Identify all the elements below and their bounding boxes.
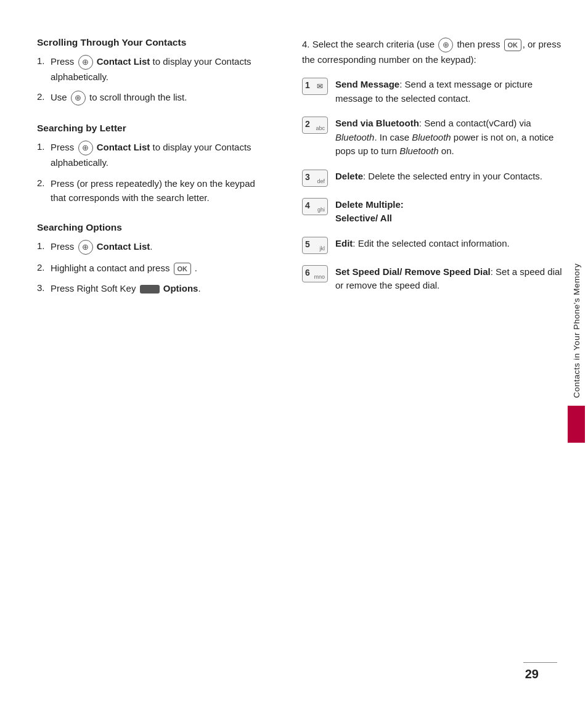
step-text: Press Contact List. (51, 239, 153, 255)
key-num: 5 (305, 239, 310, 249)
nav-icon (438, 38, 453, 52)
ok-button-icon: OK (504, 39, 521, 51)
divider-line (523, 662, 557, 663)
step-num: 2. (37, 261, 48, 275)
option-label-bold: Send via Bluetooth (335, 118, 419, 128)
step-num: 2. (37, 90, 48, 104)
step-num: 2. (37, 176, 48, 191)
option-label-bold: Delete Multiple:Selective/ All (335, 199, 404, 224)
option-row-speed-dial: 6 mno Set Speed Dial/ Remove Speed Dial:… (302, 265, 563, 293)
key-letters: ghi (317, 207, 325, 213)
section-title-searching-options: Searching Options (37, 222, 265, 233)
option-label-bold: Set Speed Dial/ Remove Speed Dial (335, 266, 491, 277)
option-row-delete-multiple: 4 ghi Delete Multiple:Selective/ All (302, 198, 563, 226)
nav-icon (78, 141, 93, 155)
step-item: 2. Use to scroll through the list. (37, 90, 265, 105)
options-label: Options (163, 283, 198, 293)
option-row-delete: 3 def Delete: Delete the selected entry … (302, 170, 563, 187)
contact-list-label: Contact List (97, 241, 150, 252)
option-row-send-message: 1 ✉ Send Message: Send a text message or… (302, 78, 563, 105)
step-text: Highlight a contact and press OK . (51, 261, 197, 275)
step-text: Use to scroll through the list. (51, 90, 187, 105)
sidebar-label-container: Contacts in Your Phone's Memory (565, 0, 588, 706)
sidebar-bar (568, 406, 585, 443)
section-searching-options: Searching Options 1. Press Contact List.… (37, 222, 265, 296)
searching-options-steps: 1. Press Contact List. 2. Highlight a co… (37, 239, 265, 296)
key-badge-1: 1 ✉ (302, 78, 328, 95)
key-letters: abc (316, 125, 325, 131)
key-badge-6: 6 mno (302, 265, 328, 282)
key-icon-envelope: ✉ (315, 81, 325, 91)
option-text-send-message: Send Message: Send a text message or pic… (335, 78, 563, 105)
key-badge-3: 3 def (302, 170, 328, 187)
step4-num: 4. (302, 39, 310, 49)
section-scrolling: Scrolling Through Your Contacts 1. Press… (37, 37, 265, 105)
step-item: 1. Press Contact List. (37, 239, 265, 255)
step4-intro: 4. Select the search criteria (use then … (302, 37, 563, 67)
key-badge-2: 2 abc (302, 117, 328, 134)
key-badge-5: 5 jkl (302, 237, 328, 254)
nav-icon (78, 55, 93, 70)
sidebar-text: Contacts in Your Phone's Memory (572, 263, 581, 398)
bluetooth-italic: Bluetooth (412, 132, 451, 142)
page-content: Scrolling Through Your Contacts 1. Press… (0, 0, 588, 706)
step-num: 1. (37, 140, 48, 154)
option-text-bluetooth: Send via Bluetooth: Send a contact(vCard… (335, 117, 563, 158)
option-row-bluetooth: 2 abc Send via Bluetooth: Send a contact… (302, 117, 563, 158)
key-letters: mno (314, 274, 325, 280)
step-text: Press (or press repeatedly) the key on t… (51, 176, 265, 205)
key-letters: def (317, 178, 325, 184)
option-text-delete-multiple: Delete Multiple:Selective/ All (335, 198, 404, 226)
contact-list-label: Contact List (97, 142, 150, 152)
option-text-edit: Edit: Edit the selected contact informat… (335, 237, 510, 251)
soft-key-icon (140, 285, 160, 293)
right-column: 4. Select the search criteria (use then … (296, 37, 563, 681)
step-text: Press Contact List to display your Conta… (51, 140, 265, 170)
section-title-searching-letter: Searching by Letter (37, 123, 265, 134)
searching-letter-steps: 1. Press Contact List to display your Co… (37, 140, 265, 205)
bluetooth-italic: Bluetooth (335, 132, 374, 142)
option-text-speed-dial: Set Speed Dial/ Remove Speed Dial: Set a… (335, 265, 563, 293)
step-item: 1. Press Contact List to display your Co… (37, 54, 265, 84)
step-num: 1. (37, 239, 48, 253)
scrolling-steps: 1. Press Contact List to display your Co… (37, 54, 265, 105)
step-item: 3. Press Right Soft Key Options. (37, 281, 265, 295)
key-num: 6 (305, 268, 310, 277)
step-num: 3. (37, 281, 48, 295)
step-item: 2. Press (or press repeatedly) the key o… (37, 176, 265, 205)
option-label-bold: Delete (335, 171, 363, 181)
left-column: Scrolling Through Your Contacts 1. Press… (37, 37, 277, 681)
step-text: Press Contact List to display your Conta… (51, 54, 265, 84)
nav-icon (78, 240, 93, 255)
nav-icon (71, 91, 86, 105)
option-label-bold: Send Message (335, 79, 399, 89)
step-item: 1. Press Contact List to display your Co… (37, 140, 265, 170)
step-num: 1. (37, 54, 48, 68)
key-badge-4: 4 ghi (302, 198, 328, 215)
contact-list-label: Contact List (97, 56, 150, 67)
key-num: 2 (305, 119, 310, 129)
section-searching-letter: Searching by Letter 1. Press Contact Lis… (37, 123, 265, 205)
key-letters: jkl (320, 245, 325, 252)
page-number: 29 (525, 667, 539, 681)
option-text-delete: Delete: Delete the selected entry in you… (335, 170, 542, 184)
option-row-edit: 5 jkl Edit: Edit the selected contact in… (302, 237, 563, 254)
step-item: 2. Highlight a contact and press OK . (37, 261, 265, 275)
ok-button-icon: OK (174, 263, 191, 275)
bluetooth-italic: Bluetooth (399, 146, 438, 156)
option-label-bold: Edit (335, 238, 353, 248)
key-num: 1 (305, 80, 310, 90)
key-num: 3 (305, 172, 310, 182)
section-title-scrolling: Scrolling Through Your Contacts (37, 37, 265, 48)
key-num: 4 (305, 200, 310, 210)
step-text: Press Right Soft Key Options. (51, 281, 201, 295)
